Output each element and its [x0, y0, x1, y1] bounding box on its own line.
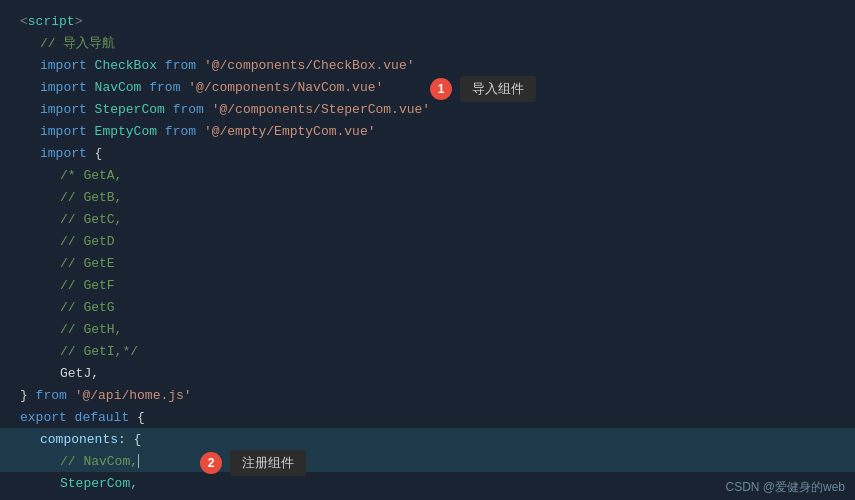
code-line-6: import EmptyCom from '@/empty/EmptyCom.v…: [0, 120, 855, 142]
code-line-8: /* GetA,: [0, 164, 855, 186]
footer-text: CSDN @爱健身的web: [715, 475, 855, 500]
code-line-5: import SteperCom from '@/components/Step…: [0, 98, 855, 120]
code-line-15: // GetH,: [0, 318, 855, 340]
code-line-19: export default {: [0, 406, 855, 428]
code-line-16: // GetI,*/: [0, 340, 855, 362]
code-editor: <script> // 导入导航 import CheckBox from '@…: [0, 0, 855, 500]
code-line-12: // GetE: [0, 252, 855, 274]
code-line-2: // 导入导航: [0, 32, 855, 54]
code-line-3: import CheckBox from '@/components/Check…: [0, 54, 855, 76]
code-line-17: GetJ,: [0, 362, 855, 384]
annotation-1: 1 导入组件: [430, 76, 536, 102]
code-line-20: components: {: [0, 428, 855, 450]
code-line-21: // NavCom, 2 注册组件: [0, 450, 855, 472]
code-line-10: // GetC,: [0, 208, 855, 230]
code-line-9: // GetB,: [0, 186, 855, 208]
code-line-13: // GetF: [0, 274, 855, 296]
code-line-7: import {: [0, 142, 855, 164]
annotation-2: 2 注册组件: [200, 450, 306, 476]
code-line-1: <script>: [0, 10, 855, 32]
code-line-18: } from '@/api/home.js': [0, 384, 855, 406]
code-line-4: import NavCom from '@/components/NavCom.…: [0, 76, 855, 98]
tag-bracket: <: [20, 14, 28, 29]
code-line-11: // GetD: [0, 230, 855, 252]
code-line-14: // GetG: [0, 296, 855, 318]
